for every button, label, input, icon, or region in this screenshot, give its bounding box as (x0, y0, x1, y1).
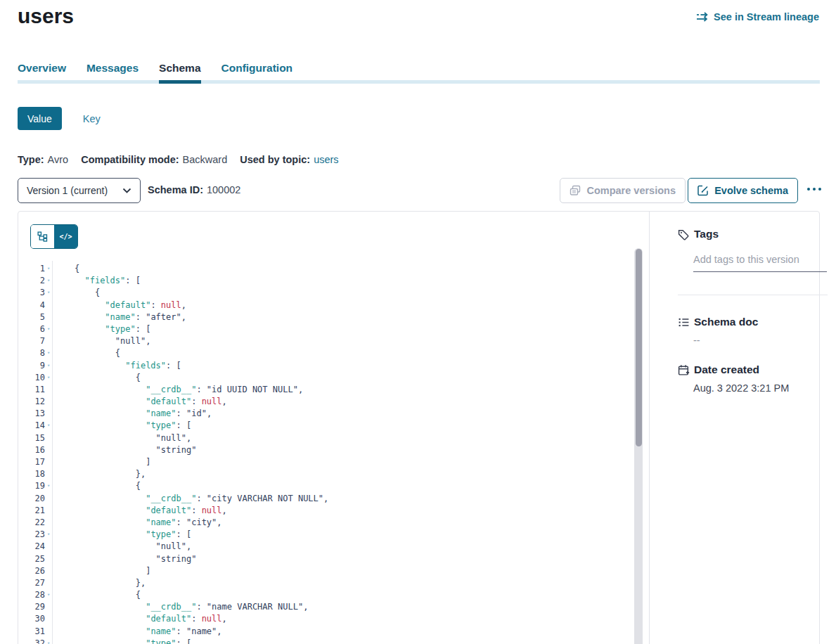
line-number: 20 (18, 493, 45, 505)
line-number: 21 (18, 505, 45, 517)
code-line: 4 "default": null, (18, 300, 643, 311)
tag-icon (678, 228, 690, 240)
code-view-button[interactable]: </> (54, 225, 77, 248)
tab-label: Schema (159, 62, 200, 74)
code-line: 26 ] (18, 565, 643, 577)
collapse-arrow-icon[interactable]: ▾ (45, 287, 52, 299)
tags-section-header: Tags (678, 228, 719, 240)
more-options-button[interactable] (807, 188, 821, 191)
compat-label: Compatibility mode: (81, 154, 179, 165)
line-number: 18 (18, 468, 45, 480)
schema-sidebar: Tags Schema doc -- (650, 212, 821, 644)
code-line: 31 "name": "name", (18, 626, 643, 638)
tab-configuration[interactable]: Configuration (221, 62, 293, 75)
line-number: 4 (18, 300, 45, 311)
line-number: 16 (18, 444, 45, 456)
schema-id: Schema ID:100002 (148, 184, 240, 195)
stream-lineage-link[interactable]: See in Stream lineage (696, 11, 819, 22)
code-scrollbar-thumb[interactable] (636, 249, 642, 446)
collapse-arrow-icon[interactable]: ▾ (45, 420, 52, 432)
line-number: 7 (18, 335, 45, 347)
code-text: "name": "city", (52, 517, 222, 529)
topic-label: Used by topic: (240, 154, 310, 165)
code-line: 19▾ { (18, 480, 643, 492)
tab-label: Configuration (221, 62, 293, 74)
collapse-arrow-icon[interactable]: ▾ (45, 360, 52, 372)
code-text: "string" (52, 553, 196, 565)
code-text: "__crdb__": "id UUID NOT NULL", (52, 384, 303, 396)
collapse-arrow-icon[interactable]: ▾ (45, 480, 52, 492)
code-text: "default": null, (52, 613, 227, 625)
schema-doc-header: Schema doc (678, 316, 758, 328)
arrow-spacer (45, 396, 52, 408)
key-toggle-button[interactable]: Key (79, 112, 105, 125)
collapse-arrow-icon[interactable]: ▾ (45, 263, 52, 275)
value-toggle-button[interactable]: Value (18, 107, 62, 130)
line-number: 2 (18, 275, 45, 287)
line-number: 3 (18, 287, 45, 299)
code-line: 5 "name": "after", (18, 311, 643, 323)
code-scrollbar-track[interactable] (634, 248, 643, 644)
compat-value: Backward (183, 154, 228, 165)
code-line: 11 "__crdb__": "id UUID NOT NULL", (18, 384, 643, 396)
code-text: ] (52, 456, 150, 468)
tab-overview[interactable]: Overview (18, 62, 66, 75)
collapse-arrow-icon[interactable]: ▾ (45, 529, 52, 541)
tree-view-icon (37, 231, 48, 242)
collapse-arrow-icon[interactable]: ▾ (45, 323, 52, 335)
collapse-arrow-icon[interactable]: ▾ (45, 275, 52, 287)
collapse-arrow-icon[interactable]: ▾ (45, 347, 52, 359)
arrow-spacer (45, 408, 52, 420)
tab-label: Messages (86, 62, 139, 74)
value-key-toggle: Value Key (18, 107, 105, 130)
evolve-schema-button[interactable]: Evolve schema (688, 178, 798, 203)
code-text: { (52, 347, 120, 359)
dot (807, 188, 810, 191)
line-number: 24 (18, 541, 45, 553)
arrow-spacer (45, 577, 52, 589)
collapse-arrow-icon[interactable]: ▾ (45, 638, 52, 644)
tree-view-button[interactable] (31, 225, 54, 248)
collapse-arrow-icon[interactable]: ▾ (45, 372, 52, 384)
compare-versions-button[interactable]: Compare versions (560, 178, 686, 203)
code-text: "string" (52, 444, 196, 456)
chevron-down-icon (122, 188, 131, 194)
tab-schema[interactable]: Schema (159, 62, 200, 75)
code-line: 17 ] (18, 456, 643, 468)
code-text: "default": null, (52, 396, 227, 408)
evolve-schema-label: Evolve schema (714, 185, 788, 196)
code-lines: 1▾{2▾ "fields": [3▾ {4 "default": null,5… (18, 263, 643, 644)
tab-messages[interactable]: Messages (86, 62, 139, 75)
line-number: 1 (18, 263, 45, 275)
line-number: 30 (18, 613, 45, 625)
version-select[interactable]: Version 1 (current) (18, 178, 141, 203)
code-text: { (52, 372, 141, 384)
date-created-value: Aug. 3 2022 3:21 PM (693, 382, 789, 394)
code-text: { (52, 263, 79, 275)
code-text: "type": [ (52, 638, 191, 644)
code-text: }, (52, 577, 146, 589)
schema-doc-value: -- (693, 335, 700, 346)
version-toolbar: Version 1 (current) Schema ID:100002 Com… (18, 178, 820, 203)
code-text: "fields": [ (52, 360, 181, 372)
code-line: 28▾ { (18, 589, 643, 601)
code-line: 16 "string" (18, 444, 643, 456)
code-text: "name": "after", (52, 311, 186, 323)
view-mode-toggle: </> (30, 224, 78, 249)
code-line: 9▾ "fields": [ (18, 360, 643, 372)
tags-input[interactable] (693, 251, 827, 272)
code-line: 20 "__crdb__": "city VARCHAR NOT NULL", (18, 493, 643, 505)
code-text: "default": null, (52, 300, 186, 311)
topic-link[interactable]: users (314, 154, 338, 165)
stream-lineage-label: See in Stream lineage (714, 11, 819, 22)
type-value: Avro (48, 154, 69, 165)
code-line: 21 "default": null, (18, 505, 643, 517)
line-number: 23 (18, 529, 45, 541)
code-line: 14▾ "type": [ (18, 420, 643, 432)
tab-underline-track (18, 80, 820, 84)
code-line: 3▾ { (18, 287, 643, 299)
line-number: 32 (18, 638, 45, 644)
collapse-arrow-icon[interactable]: ▾ (45, 589, 52, 601)
code-line: 12 "default": null, (18, 396, 643, 408)
arrow-spacer (45, 468, 52, 480)
